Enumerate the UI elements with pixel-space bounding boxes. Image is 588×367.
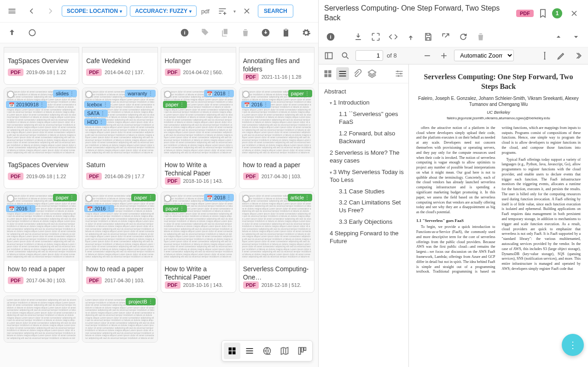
result-card[interactable]: Cafe Wedekind PDF 2014-04-02 | 137. (82, 47, 157, 85)
card-tag[interactable]: 📅20190918⋮ (6, 101, 47, 108)
outline-settings-icon[interactable] (393, 67, 406, 80)
accuracy-chip[interactable]: ACCURACY: FUZZY▾ (130, 6, 197, 17)
aperture-icon[interactable] (259, 343, 275, 359)
result-card[interactable]: 📅2018⋮ paper⋮ Lorem ipsum dolor sit amet… (161, 192, 236, 293)
tune-icon[interactable] (214, 3, 231, 19)
result-card[interactable]: Annotating files and folders PDF 2021-11… (239, 47, 314, 85)
outline-node[interactable]: 3.2 Can Limitations Set Us Free? (320, 197, 407, 216)
layers-tab-icon[interactable] (366, 67, 378, 80)
result-card[interactable]: paper⋮ 📅2016⋮ Lorem ipsum dolor sit amet… (239, 87, 314, 189)
outline-node[interactable]: 3.3 Early Objections (320, 216, 407, 228)
outline-node[interactable]: 3.1 Case Studies (320, 186, 407, 198)
sidebar-toggle-icon[interactable] (322, 49, 335, 62)
outline-node[interactable]: 3 Why Serverless Today is Too Less (320, 167, 407, 186)
result-card[interactable]: projectB⋮ Lorem ipsum dolor sit amet con… (82, 296, 157, 343)
result-card[interactable]: warranty⋮ Icebox⋮SATA⋮HDD⋮ Lorem ipsum d… (82, 87, 157, 189)
more-tools-icon[interactable] (571, 49, 584, 62)
card-tag[interactable]: 📅2016⋮ (241, 101, 271, 108)
card-tag[interactable]: slides⋮ (53, 90, 77, 97)
result-card[interactable]: Lorem ipsum dolor sit amet consectetur a… (4, 296, 79, 343)
result-card[interactable]: Hofanger PDF 2014-04-02 | 560. (161, 47, 236, 85)
back-icon[interactable] (23, 3, 40, 19)
info-icon[interactable]: i (176, 24, 193, 41)
tag-icon[interactable] (197, 24, 213, 41)
zoom-in-icon[interactable] (437, 49, 450, 62)
card-tag[interactable]: paper⋮ (131, 194, 155, 201)
find-icon[interactable] (339, 49, 352, 62)
attachments-tab-icon[interactable] (351, 67, 364, 80)
fullscreen-icon[interactable] (367, 29, 384, 45)
card-tag[interactable]: article⋮ (288, 194, 312, 201)
card-tag[interactable]: paper⋮ (53, 194, 77, 201)
card-tag[interactable]: projectB⋮ (126, 298, 155, 305)
map-view-icon[interactable] (276, 343, 293, 359)
card-tag[interactable]: paper⋮ (163, 205, 187, 212)
card-title: how to read a paper (239, 157, 314, 171)
text-cursor-icon[interactable] (538, 49, 551, 62)
outline-tab-icon[interactable] (336, 67, 349, 80)
result-card[interactable]: slides⋮ 📅20190918⋮ Lorem ipsum dolor sit… (4, 87, 79, 189)
zoom-select[interactable]: Automatic Zoom (454, 50, 514, 61)
card-tag[interactable]: Icebox⋮ (84, 101, 110, 108)
outline-node[interactable]: 2 Serverless is More? The easy cases (320, 147, 407, 167)
outline-node[interactable]: 1 Introduction (320, 97, 407, 109)
code-icon[interactable] (385, 29, 402, 45)
card-tag[interactable]: 📅2016⋮ (84, 205, 114, 212)
scope-chip[interactable]: SCOPE: LOCATION▾ (62, 6, 127, 17)
clear-search-icon[interactable] (239, 3, 255, 19)
delete-preview-icon[interactable] (472, 29, 489, 45)
page-number-input[interactable] (355, 50, 383, 61)
outline-node[interactable]: 1.2 Forward, but also Backward (320, 128, 407, 147)
bookmark-icon[interactable] (537, 5, 548, 22)
upload-icon[interactable] (402, 29, 419, 45)
card-tag[interactable]: 📅2016⋮ (6, 205, 35, 212)
select-radio-icon[interactable] (242, 91, 250, 98)
draw-icon[interactable] (555, 49, 568, 62)
menu-icon[interactable] (4, 3, 20, 19)
thumbnails-tab-icon[interactable] (321, 67, 334, 80)
reload-icon[interactable] (455, 29, 472, 45)
download-circle-icon[interactable] (257, 24, 274, 41)
outline-node[interactable]: 4 Stepping Forward to the Future (320, 228, 407, 247)
search-button[interactable]: SEARCH (258, 5, 293, 17)
select-radio-icon[interactable] (7, 91, 14, 98)
result-card[interactable]: 📅2018⋮ paper⋮ Lorem ipsum dolor sit amet… (161, 87, 236, 189)
download-icon[interactable] (350, 29, 367, 45)
outline-node[interactable]: Abstract (320, 86, 407, 98)
preview-info-icon[interactable]: i (322, 29, 339, 45)
select-radio-icon[interactable] (164, 195, 171, 202)
card-title: how to read a paper (4, 261, 79, 275)
open-external-icon[interactable] (437, 29, 454, 45)
copy-icon[interactable] (217, 24, 233, 41)
grid-view-icon[interactable] (224, 343, 240, 359)
card-tag[interactable]: HDD⋮ (84, 118, 106, 126)
zoom-out-icon[interactable] (421, 49, 434, 62)
forward-icon[interactable] (42, 3, 59, 19)
result-card[interactable]: article⋮ Lorem ipsum dolor sit amet cons… (239, 192, 314, 293)
card-tag[interactable]: warranty⋮ (125, 90, 155, 97)
card-tag[interactable]: paper⋮ (163, 101, 187, 108)
outline-node[interactable]: 1.1 ``Serverless'' goes FaaS (320, 109, 407, 128)
go-parent-icon[interactable] (4, 24, 20, 41)
card-tag[interactable]: paper⋮ (288, 90, 312, 97)
result-card[interactable]: paper⋮ 📅2016⋮ Lorem ipsum dolor sit amet… (82, 192, 157, 293)
settings-icon[interactable] (298, 24, 314, 41)
select-radio-icon[interactable] (7, 195, 14, 202)
delete-icon[interactable] (237, 24, 254, 41)
close-preview-icon[interactable] (566, 5, 582, 22)
select-radio-icon[interactable] (164, 91, 171, 98)
card-tag[interactable]: SATA⋮ (84, 110, 108, 117)
fab-more-icon[interactable]: ⋮ (562, 334, 584, 356)
kanban-view-icon[interactable] (294, 343, 310, 359)
select-circle-icon[interactable] (24, 24, 41, 41)
select-radio-icon[interactable] (242, 195, 250, 202)
save-icon[interactable] (420, 29, 437, 45)
card-tag[interactable]: 📅2018⋮ (204, 194, 233, 201)
result-card[interactable]: TagSpaces Overview PDF 2019-09-18 | 1.22 (4, 47, 79, 85)
clipboard-icon[interactable] (278, 24, 294, 41)
result-card[interactable]: paper⋮ 📅2016⋮ Lorem ipsum dolor sit amet… (4, 192, 79, 293)
list-view-icon[interactable] (241, 343, 258, 359)
next-file-icon[interactable] (568, 29, 584, 45)
prev-file-icon[interactable] (550, 29, 567, 45)
card-tag[interactable]: 📅2018⋮ (204, 90, 233, 97)
